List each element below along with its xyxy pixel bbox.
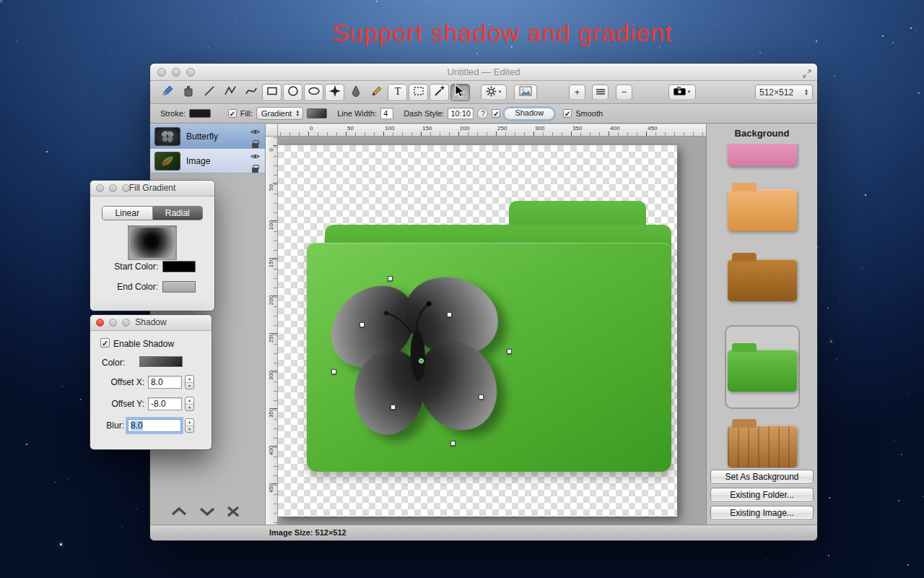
shadow-checkbox[interactable]: ✓ (492, 109, 500, 118)
stroke-color-swatch[interactable] (189, 109, 211, 118)
enable-shadow-checkbox[interactable]: ✓ (100, 338, 110, 348)
move-layer-down-button[interactable] (199, 506, 216, 519)
pencil-tool-button[interactable] (367, 84, 386, 101)
star-tool-button[interactable] (325, 84, 344, 101)
close-button[interactable] (96, 319, 104, 327)
pink-folder-thumbnail[interactable] (728, 144, 797, 166)
zoom-button[interactable] (122, 184, 130, 192)
star (18, 191, 19, 192)
droplet-icon (349, 84, 363, 101)
close-button[interactable] (157, 68, 166, 77)
star (46, 151, 48, 152)
image-button[interactable] (514, 85, 537, 100)
selection-handle[interactable] (391, 405, 396, 410)
line-tool-button[interactable] (199, 84, 219, 101)
star (348, 10, 349, 11)
existing-folder-button[interactable]: Existing Folder... (710, 488, 814, 502)
lock-icon[interactable] (252, 143, 258, 148)
dash-style-field[interactable]: 10:10 (448, 108, 474, 119)
shadow-panel-button[interactable]: Shadow (504, 108, 554, 120)
minimize-button[interactable] (172, 68, 180, 77)
lock-icon[interactable] (252, 168, 258, 173)
picture-icon (519, 86, 532, 98)
line-width-field[interactable]: 4 (380, 108, 393, 119)
minimize-button[interactable] (109, 184, 117, 192)
selection-handle[interactable] (388, 276, 393, 281)
zoom-button[interactable] (186, 68, 195, 77)
end-color-swatch[interactable] (162, 281, 196, 293)
smooth-label: Smooth (575, 109, 603, 118)
star (376, 1, 378, 2)
layer-row-butterfly[interactable]: Butterfly (150, 124, 265, 149)
settings-popup-button[interactable]: ▼ (481, 85, 507, 100)
canvas-size-popup[interactable]: 512×512 ▲▼ (755, 85, 813, 100)
selection-handle[interactable] (507, 349, 512, 354)
wood-folder-thumbnail[interactable] (728, 426, 797, 467)
blur-field[interactable]: 8.0 (128, 419, 181, 432)
star (915, 420, 915, 420)
star (834, 75, 835, 77)
minimize-button[interactable] (109, 319, 117, 327)
green-folder-thumbnail[interactable] (728, 350, 797, 392)
marquee-tool-button[interactable] (409, 84, 428, 101)
tan-folder-thumbnail[interactable] (728, 189, 797, 231)
add-button[interactable]: + (569, 85, 585, 100)
fill-color-swatch[interactable] (307, 108, 327, 118)
magic-wand-icon (432, 84, 447, 101)
butterfly-graphic[interactable] (305, 251, 529, 464)
delete-layer-button[interactable] (227, 506, 240, 520)
selection-handle[interactable] (447, 312, 452, 317)
text-tool-button[interactable]: T (388, 84, 407, 101)
selection-handle[interactable] (479, 394, 484, 400)
curve-tool-button[interactable] (241, 84, 261, 101)
brown-folder-thumbnail[interactable] (728, 259, 797, 301)
offset-y-field[interactable]: -8.0 (148, 397, 182, 410)
offset-x-field[interactable]: 8.0 (148, 376, 182, 389)
document-canvas[interactable] (278, 145, 677, 517)
layer-row-image[interactable]: Image (150, 149, 265, 173)
offset-x-stepper[interactable]: ▲▼ (185, 375, 194, 389)
rectangle-tool-button[interactable] (262, 84, 282, 101)
ellipse-tool-button[interactable] (304, 84, 323, 101)
remove-button[interactable]: − (616, 85, 632, 100)
existing-image-button[interactable]: Existing Image... (710, 506, 814, 520)
star (902, 362, 902, 363)
fill-type-popup[interactable]: Gradient ▲▼ (256, 107, 303, 120)
layer-thumbnail (154, 127, 180, 146)
magic-wand-tool-button[interactable] (430, 84, 449, 101)
fill-tool-button[interactable] (178, 84, 198, 101)
pen-tool-button[interactable] (157, 84, 177, 101)
eyedropper-tool-button[interactable] (346, 84, 365, 101)
smooth-checkbox[interactable]: ✓ (563, 109, 572, 118)
circle-tool-button[interactable] (283, 84, 302, 101)
gradient-preview[interactable] (130, 228, 175, 258)
zoom-button[interactable] (122, 319, 130, 327)
help-button[interactable]: ? (477, 108, 488, 119)
snapshot-popup-button[interactable]: ▼ (668, 85, 696, 100)
camera-icon (674, 87, 686, 98)
butterfly-thumbnail (155, 128, 180, 145)
updown-arrows-icon: ▲▼ (804, 89, 808, 96)
linear-segment[interactable]: Linear (103, 207, 153, 220)
selection-handle[interactable] (450, 441, 456, 446)
offset-y-stepper[interactable]: ▲▼ (185, 397, 194, 411)
blur-stepper[interactable]: ▲▼ (185, 418, 194, 433)
arrange-button[interactable] (592, 85, 609, 100)
fullscreen-icon[interactable] (803, 68, 811, 81)
set-as-background-button[interactable]: Set As Background (710, 470, 814, 484)
eye-icon[interactable] (250, 150, 260, 163)
selection-handle[interactable] (359, 322, 365, 327)
fill-checkbox[interactable]: ✓ (228, 109, 237, 118)
move-layer-up-button[interactable] (170, 506, 188, 519)
radial-segment[interactable]: Radial (153, 207, 203, 220)
eye-icon[interactable] (250, 125, 260, 138)
rectangle-icon (265, 84, 279, 101)
selection-handle[interactable] (331, 369, 336, 374)
shadow-color-swatch[interactable] (139, 356, 183, 367)
blur-label: Blur: (90, 420, 124, 431)
start-color-swatch[interactable] (162, 261, 196, 272)
polyline-tool-button[interactable] (220, 84, 240, 101)
close-button[interactable] (96, 184, 104, 192)
fill-gradient-panel: Fill Gradient Linear Radial Start Color:… (90, 181, 214, 311)
star (898, 500, 899, 501)
